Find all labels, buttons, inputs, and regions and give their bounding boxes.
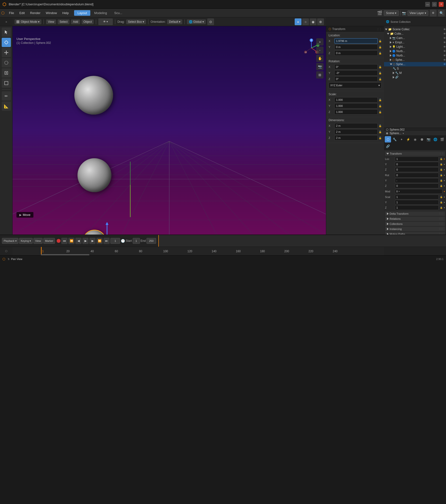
scale-y-lock[interactable]: 🔓: [379, 105, 382, 107]
object-data-icon[interactable]: ◉: [412, 136, 418, 143]
outliner-item-light[interactable]: 💡 Light... 👁: [384, 45, 446, 49]
rot-x-lock[interactable]: 🔓: [379, 66, 382, 68]
end-frame[interactable]: 250: [146, 238, 156, 244]
prop-rot-x[interactable]: 0: [395, 173, 439, 178]
dim-z-lock[interactable]: 🔓: [379, 137, 382, 139]
prop-loc-y[interactable]: 0: [395, 162, 439, 167]
motion-paths-toggle[interactable]: Motion Paths ⋮⋮: [385, 232, 445, 234]
rot-x-input[interactable]: 0°: [334, 64, 378, 70]
annotate-tool[interactable]: ✏: [2, 91, 11, 101]
menu-file[interactable]: File: [7, 10, 17, 16]
scal-x-lock[interactable]: 🔓: [440, 196, 443, 198]
loc-y-lock-small[interactable]: 🔓: [440, 163, 443, 165]
scale-y-input[interactable]: 1.000: [334, 103, 378, 108]
solid-view-btn[interactable]: ●: [295, 18, 301, 25]
zoom-in-btn[interactable]: +: [316, 38, 324, 46]
select-menu[interactable]: Select: [58, 19, 69, 24]
rot-z-input[interactable]: 0°: [334, 76, 378, 82]
euler-mode-selector[interactable]: XYZ Euler ▾: [328, 82, 382, 88]
loc-x-input[interactable]: 1.9796 m: [334, 38, 378, 44]
workspace-tab-sculpt[interactable]: Scu...: [111, 10, 126, 16]
sphere-upper[interactable]: [74, 76, 113, 115]
dim-y-input[interactable]: 2 m: [334, 129, 378, 134]
menu-render[interactable]: Render: [28, 10, 43, 16]
object-mode-btn[interactable]: Object Mode ▾: [15, 19, 41, 24]
rot-y-input[interactable]: -0°: [334, 70, 378, 76]
minimize-button[interactable]: —: [425, 2, 430, 7]
prop-loc-z[interactable]: 0: [395, 167, 439, 172]
prop-rot-z[interactable]: 0: [395, 183, 439, 188]
add-menu[interactable]: Add: [71, 19, 80, 24]
loc-z-lock[interactable]: 🔓: [379, 52, 382, 54]
delta-transform-toggle[interactable]: Delta Transform ⋮⋮: [385, 212, 445, 216]
workspace-tab-modeling[interactable]: Modeling: [91, 10, 110, 16]
dim-x-lock[interactable]: 🔓: [379, 125, 382, 127]
loc-y-input[interactable]: 0 m: [334, 44, 378, 50]
select-tool[interactable]: [2, 28, 11, 37]
object-menu[interactable]: Object: [82, 19, 94, 24]
physics-icon[interactable]: ⚡: [405, 136, 411, 143]
scal-z-lock[interactable]: 🔓: [440, 206, 443, 209]
dim-z-input[interactable]: 2 m: [334, 135, 378, 141]
instancing-toggle[interactable]: Instancing ⋮⋮: [385, 227, 445, 231]
loc-x-lock-small[interactable]: 🔓: [440, 158, 443, 160]
proportional-edit-btn[interactable]: ⊙: [207, 18, 214, 25]
menu-help[interactable]: Help: [60, 10, 71, 16]
rot-z-lock-small[interactable]: 🔓: [440, 185, 443, 187]
outliner-item-sphere2-selected[interactable]: ⬡ Sphe... 👁: [384, 62, 446, 66]
prop-rot-y[interactable]: -: [395, 178, 439, 183]
outliner-item-nurbs1[interactable]: 🔵 Nurb... 👁: [384, 49, 446, 53]
outliner-item-collection[interactable]: 📁 Colle... 👁: [384, 32, 446, 36]
transform-tool[interactable]: [2, 78, 11, 88]
outliner-item-sphere1[interactable]: ⬡ Sphe... 👁: [384, 58, 446, 62]
prop-scal-z[interactable]: 1: [395, 205, 439, 210]
modifier-props-icon[interactable]: 🔧: [392, 136, 398, 143]
scal-y-lock[interactable]: 🔓: [440, 201, 443, 203]
next-frame-btn[interactable]: ▶: [89, 238, 96, 244]
grid-btn[interactable]: ⊞: [316, 71, 324, 78]
keying-dropdown[interactable]: Keying ▾: [19, 238, 33, 244]
measure-tool[interactable]: 📐: [2, 102, 11, 111]
scene-props-icon[interactable]: 🎬: [439, 136, 445, 143]
marker-dropdown[interactable]: Marker: [43, 238, 55, 244]
loc-z-lock-small[interactable]: 🔓: [440, 168, 443, 171]
outliner-item-link[interactable]: 🔗: [384, 75, 446, 79]
outliner-item-s-modifier[interactable]: 🔧 S: [384, 66, 446, 71]
loc-y-lock[interactable]: 🔓: [379, 46, 382, 49]
maximize-button[interactable]: □: [432, 2, 437, 7]
outliner-item-empty[interactable]: ✦ Empt... 👁: [384, 40, 446, 45]
current-frame[interactable]: 1: [110, 238, 120, 244]
jump-end-btn[interactable]: ⏭: [103, 238, 110, 244]
object-props-icon[interactable]: ⬡: [385, 136, 391, 143]
material-selector[interactable]: Sphere...: [390, 132, 401, 135]
rot-y-lock-small[interactable]: 🔓: [440, 179, 443, 182]
prev-frame-btn[interactable]: ◀: [75, 238, 82, 244]
rot-x-lock-small[interactable]: 🔓: [440, 174, 443, 176]
viewlayer-selector[interactable]: View Layer ▾: [408, 10, 429, 16]
collections-toggle[interactable]: Collections ⋮⋮: [385, 222, 445, 226]
editor-type-btn[interactable]: ⚙: [430, 10, 437, 17]
outliner-item-camera[interactable]: 📷 Cam... 👁: [384, 36, 446, 40]
dim-y-lock[interactable]: 🔓: [379, 131, 382, 133]
workspace-tab-layout[interactable]: Layout: [74, 10, 90, 16]
playback-dropdown[interactable]: Playback ▾: [2, 238, 18, 244]
prev-keyframe-btn[interactable]: ⏪: [68, 238, 75, 244]
prop-loc-x[interactable]: 1: [395, 157, 439, 161]
camera-btn[interactable]: 📷: [316, 63, 324, 70]
scale-x-lock[interactable]: 🔓: [379, 99, 382, 101]
rendered-btn[interactable]: ◉: [310, 18, 316, 25]
timeline-track[interactable]: [158, 235, 446, 247]
view-menu[interactable]: View: [46, 19, 56, 24]
global-btn[interactable]: 🌐 Global ▾: [187, 19, 206, 24]
render-icon-btn[interactable]: 📷: [425, 136, 432, 143]
jump-start-btn[interactable]: ⏮: [61, 238, 68, 244]
scale-x-input[interactable]: 1.000: [334, 97, 378, 103]
move-tool[interactable]: [2, 48, 11, 57]
loc-z-input[interactable]: 0 m: [334, 50, 378, 56]
material-icon-btn[interactable]: ⬟: [419, 136, 425, 143]
rot-z-lock[interactable]: 🔓: [379, 78, 382, 80]
orientation-btn[interactable]: Default ▾: [167, 19, 182, 24]
prop-scal-x[interactable]: 1: [395, 195, 439, 199]
record-btn[interactable]: [57, 239, 61, 243]
scene-selector[interactable]: Scene ▾: [384, 10, 398, 16]
